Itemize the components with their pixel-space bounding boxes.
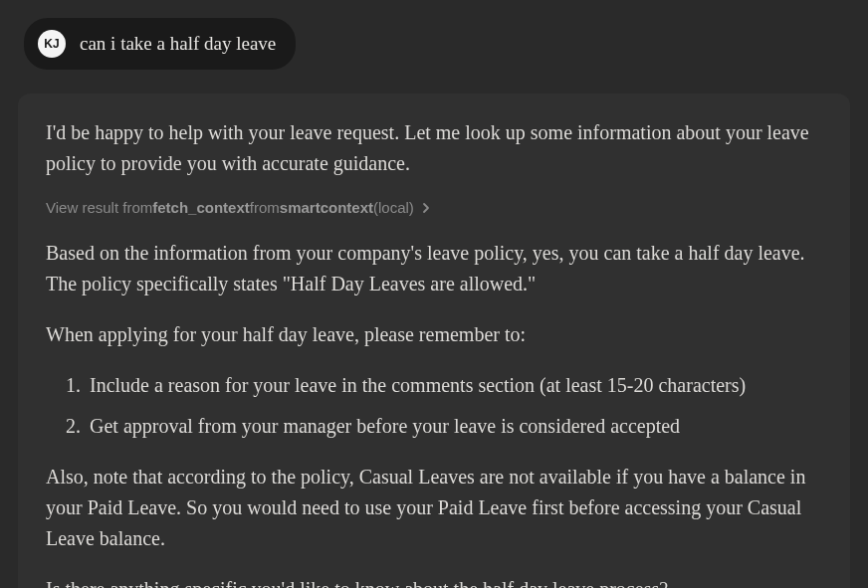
- closing-question: Is there anything specific you'd like to…: [46, 574, 822, 588]
- tool-result-suffix: (local): [373, 199, 414, 216]
- tool-name: fetch_context: [152, 199, 250, 216]
- tool-result-prefix: View result from: [46, 199, 152, 216]
- assistant-intro: I'd be happy to help with your leave req…: [46, 117, 822, 179]
- casual-leave-note: Also, note that according to the policy,…: [46, 462, 822, 554]
- avatar: KJ: [38, 30, 66, 58]
- reminder-lead: When applying for your half day leave, p…: [46, 319, 822, 350]
- steps-list: Include a reason for your leave in the c…: [46, 370, 822, 442]
- tool-source: smartcontext: [280, 199, 373, 216]
- list-item: Include a reason for your leave in the c…: [86, 370, 822, 401]
- chevron-right-icon: [422, 202, 430, 214]
- list-item: Get approval from your manager before yo…: [86, 411, 822, 442]
- tool-result-link[interactable]: View result from fetch_context from smar…: [46, 199, 822, 216]
- tool-result-mid: from: [250, 199, 280, 216]
- assistant-message: I'd be happy to help with your leave req…: [18, 94, 850, 588]
- user-message-text: can i take a half day leave: [80, 33, 276, 55]
- policy-summary: Based on the information from your compa…: [46, 238, 822, 299]
- avatar-initials: KJ: [44, 37, 59, 51]
- user-message: KJ can i take a half day leave: [24, 18, 296, 70]
